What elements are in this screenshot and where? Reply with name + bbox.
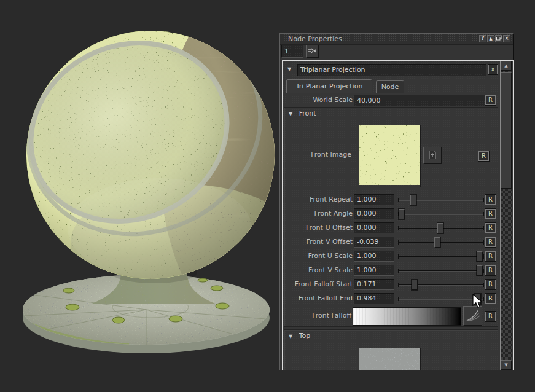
front-angle-slider[interactable] [398, 208, 484, 221]
front-falloff-start-reset-button[interactable]: R [485, 280, 496, 289]
remove-node-button[interactable]: x [488, 65, 498, 74]
front-repeat-slider[interactable] [398, 194, 484, 206]
front-image-thumbnail[interactable] [359, 125, 421, 187]
front-u-offset-input[interactable]: 0.000 [354, 222, 394, 233]
front-repeat-slider-handle[interactable] [410, 195, 416, 205]
material-preview-sphere [0, 0, 279, 392]
front-image-reset-button[interactable]: R [478, 151, 489, 161]
front-angle-label: Front Angle [284, 210, 353, 218]
help-button[interactable]: ? [479, 35, 486, 42]
front-u-offset-slider[interactable] [398, 222, 484, 235]
front-falloff-start-slider[interactable] [398, 278, 484, 291]
front-u-offset-reset-button[interactable]: R [485, 223, 496, 233]
front-u-scale-label: Front U Scale [284, 252, 353, 260]
front-falloff-start-row: Front Falloff Start 0.171 R [284, 278, 498, 292]
front-angle-slider-handle[interactable] [399, 209, 405, 219]
world-scale-value: 40.000 [357, 96, 381, 104]
restore-windows-icon [496, 36, 502, 41]
front-v-offset-label: Front V Offset [284, 238, 353, 246]
curve-edit-icon [466, 308, 480, 323]
front-u-scale-input[interactable]: 1.000 [354, 251, 394, 262]
world-scale-row: World Scale 40.000 R [284, 94, 498, 107]
collapse-front-icon[interactable]: ▼ [289, 111, 292, 117]
front-v-scale-reset-button[interactable]: R [485, 265, 496, 275]
front-v-scale-slider[interactable] [398, 264, 484, 277]
stone-texture [359, 348, 420, 370]
front-repeat-label: Front Repeat [284, 195, 353, 203]
front-v-offset-slider[interactable] [398, 236, 484, 249]
node-properties-pane: ▼ Triplanar Projection x Tri Planar Proj… [282, 60, 514, 370]
front-u-scale-slider[interactable] [398, 250, 484, 263]
load-image-icon [428, 150, 437, 160]
node-panel: ▼ Triplanar Projection x Tri Planar Proj… [283, 61, 500, 370]
front-repeat-reset-button[interactable]: R [485, 195, 496, 205]
front-u-scale-row: Front U Scale 1.000 R [284, 250, 498, 264]
front-section-title: Front [299, 109, 316, 117]
front-v-scale-label: Front V Scale [284, 266, 353, 274]
front-u-scale-reset-button[interactable]: R [485, 251, 496, 261]
world-scale-input[interactable]: 40.000 [354, 95, 490, 106]
load-image-button[interactable] [423, 147, 442, 164]
top-image-thumbnail[interactable] [359, 348, 421, 370]
preview-count-value: 1 [284, 47, 289, 55]
front-v-scale-row: Front V Scale 1.000 R [284, 264, 498, 278]
front-v-offset-reset-button[interactable]: R [485, 237, 496, 247]
tab-tri-planar-projection[interactable]: Tri Planar Projection [286, 79, 372, 93]
collapse-node-icon[interactable]: ▼ [287, 66, 291, 72]
close-window-button[interactable]: × [503, 35, 510, 42]
front-falloff-reset-button[interactable]: R [485, 312, 496, 321]
node-header: ▼ Triplanar Projection x [284, 64, 498, 77]
front-falloff-end-label: Front Falloff End [284, 294, 353, 302]
front-falloff-start-input[interactable]: 0.171 [354, 279, 394, 290]
front-angle-input[interactable]: 0.000 [354, 208, 394, 219]
grass-texture [359, 125, 420, 185]
front-image-label: Front Image [283, 151, 351, 159]
front-v-scale-input[interactable]: 1.000 [354, 265, 394, 276]
front-v-offset-input[interactable]: -0.039 [354, 237, 394, 248]
front-falloff-label: Front Falloff [283, 312, 351, 319]
app-viewport: Node Properties ? ▲ × 1 [0, 0, 535, 392]
front-u-offset-row: Front U Offset 0.000 R [284, 222, 498, 235]
vertical-scrollbar[interactable]: ▲ ▼ [500, 61, 512, 370]
top-section-header[interactable]: ▼ Top [289, 332, 310, 340]
arrow-x-icon [308, 48, 316, 54]
preview-count-input[interactable]: 1 [281, 45, 303, 58]
front-u-offset-label: Front U Offset [284, 224, 353, 232]
rollup-button[interactable]: ▲ [487, 35, 494, 42]
front-falloff-end-reset-button[interactable]: R [485, 294, 496, 304]
world-scale-label: World Scale [284, 96, 353, 104]
detach-button[interactable] [306, 45, 319, 58]
front-angle-reset-button[interactable]: R [485, 209, 496, 219]
node-title-field[interactable]: Triplanar Projection [297, 64, 486, 76]
front-u-scale-slider-handle[interactable] [477, 251, 483, 262]
scrollbar-thumb[interactable] [501, 72, 512, 189]
front-u-offset-slider-handle[interactable] [437, 223, 443, 233]
front-repeat-row: Front Repeat 1.000 R [284, 194, 498, 207]
scroll-up-button[interactable]: ▲ [501, 61, 512, 71]
front-falloff-start-label: Front Falloff Start [284, 280, 353, 288]
front-angle-row: Front Angle 0.000 R [284, 208, 498, 221]
front-repeat-input[interactable]: 1.000 [354, 194, 394, 205]
panel-tabs: Tri Planar Projection Node [286, 79, 404, 93]
restore-button[interactable] [495, 35, 502, 42]
window-titlebar[interactable]: Node Properties ? ▲ × [280, 34, 513, 45]
scroll-down-button[interactable]: ▼ [501, 360, 512, 370]
top-section-title: Top [299, 332, 311, 340]
front-falloff-end-input[interactable]: 0.984 [354, 293, 394, 304]
world-scale-reset-button[interactable]: R [485, 95, 496, 105]
front-v-offset-row: Front V Offset -0.039 R [284, 236, 498, 249]
front-section-header[interactable]: ▼ Front [289, 109, 316, 117]
front-falloff-end-row: Front Falloff End 0.984 R [284, 292, 498, 306]
tab-node[interactable]: Node [376, 80, 404, 93]
front-falloff-gradient[interactable] [353, 307, 461, 326]
front-falloff-start-slider-handle[interactable] [412, 280, 418, 290]
front-v-offset-slider-handle[interactable] [434, 237, 440, 248]
collapse-top-icon[interactable]: ▼ [289, 334, 292, 339]
window-controls: ? ▲ × [479, 35, 510, 42]
front-v-scale-slider-handle[interactable] [477, 265, 483, 276]
mouse-cursor [472, 294, 485, 310]
node-title: Triplanar Projection [300, 66, 365, 74]
node-properties-window: Node Properties ? ▲ × 1 [279, 33, 514, 370]
front-falloff-end-slider[interactable] [398, 292, 484, 305]
window-title: Node Properties [288, 35, 342, 43]
